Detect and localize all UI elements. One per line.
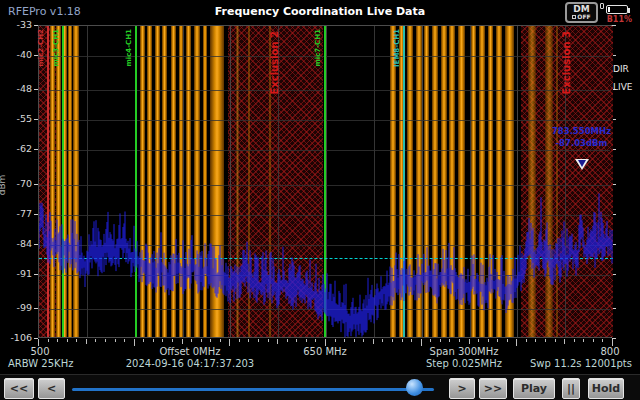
rewind-button[interactable]: <<: [4, 378, 34, 399]
x-axis-tick: [344, 339, 345, 342]
x-axis-tick: [574, 339, 575, 342]
x-axis-tick: [248, 339, 249, 342]
x-axis-tick: [526, 339, 527, 342]
x-axis-tick: [277, 339, 278, 344]
y-axis-label: -48: [4, 83, 32, 94]
marker-frequency-readout: 783.550MHz: [544, 126, 620, 137]
page-title: Frequency Coordination Live Data: [0, 5, 640, 18]
dm-label: DM: [573, 5, 589, 13]
y-axis-label: -62: [4, 143, 32, 154]
x-axis-tick: [239, 339, 240, 342]
y-axis-label: -70: [4, 178, 32, 189]
x-axis-tick: [430, 339, 431, 342]
x-axis-tick: [497, 339, 498, 342]
x-axis-tick: [354, 339, 355, 342]
x-label-start: 500: [20, 346, 60, 357]
play-button[interactable]: Play: [513, 378, 555, 399]
x-axis-tick: [411, 339, 412, 342]
fast-forward-button[interactable]: >>: [479, 378, 507, 399]
x-axis-tick: [182, 339, 183, 344]
hold-button[interactable]: Hold: [588, 378, 624, 399]
x-axis-tick: [449, 339, 450, 342]
channel-label: mic3-CH1: [52, 29, 60, 67]
x-axis-tick: [220, 339, 221, 342]
x-axis-tick: [306, 339, 307, 342]
dir-indicator[interactable]: DIR: [613, 64, 639, 74]
marker-level-readout: -87.03dBm: [544, 138, 620, 149]
y-axis-label: -106: [4, 332, 32, 343]
x-axis-tick: [335, 339, 336, 342]
x-axis-tick: [507, 339, 508, 342]
x-axis-tick: [516, 339, 517, 346]
x-axis-tick: [38, 339, 39, 346]
exclusion-zone-label: Exclusion 2: [269, 31, 280, 95]
battery-fill: [608, 7, 610, 12]
x-label-center: 650 MHz: [285, 346, 365, 357]
timeline-slider-track[interactable]: [72, 388, 434, 391]
x-axis-tick: [172, 339, 173, 342]
channel-label: mic4-CH1: [125, 29, 133, 67]
x-axis-tick: [258, 339, 259, 342]
y-axis-label: -55: [4, 113, 32, 124]
x-axis-tick: [229, 339, 230, 346]
timeline-slider-thumb[interactable]: [406, 379, 423, 396]
battery-icon: [606, 5, 628, 14]
y-axis-label: -84: [4, 238, 32, 249]
timestamp: 2024-09-16 04:17:37.203: [115, 358, 265, 369]
x-axis-tick: [201, 339, 202, 342]
x-label-end: 800: [590, 346, 630, 357]
app-window: RFEPro v1.18 Frequency Coordination Live…: [0, 0, 640, 400]
dm-state: OFF: [577, 13, 590, 20]
x-axis-tick: [440, 339, 441, 342]
marker-triangle[interactable]: [575, 159, 589, 170]
x-axis-tick: [555, 339, 556, 342]
x-axis-tick: [268, 339, 269, 342]
x-axis-tick: [124, 339, 125, 342]
dm-toggle-button[interactable]: DM OFF: [565, 2, 598, 23]
x-axis-tick: [602, 339, 603, 342]
x-axis-tick: [57, 339, 58, 342]
x-axis-tick: [459, 339, 460, 342]
transport-bar: << < > >> Play || Hold: [0, 374, 640, 400]
y-axis-label: -40: [4, 49, 32, 60]
battery-percent: B11%: [600, 15, 632, 24]
channel-label: mic2-CH2: [37, 29, 45, 67]
x-axis-tick: [287, 339, 288, 342]
y-axis-label: -33: [4, 19, 32, 30]
sweep-readout: Swp 11.2s 12001pts: [530, 358, 632, 369]
step-readout: Step 0.025MHz: [408, 358, 520, 369]
spectrum-plot-canvas[interactable]: Exclusion 2Exclusion 3mic2-CH2mic3-CH1mi…: [38, 25, 612, 338]
y-axis-label: -91: [4, 268, 32, 279]
step-forward-button[interactable]: >: [449, 378, 475, 399]
step-back-button[interactable]: <: [38, 378, 65, 399]
x-axis-tick: [86, 339, 87, 344]
x-axis-tick: [382, 339, 383, 342]
x-axis-tick: [105, 339, 106, 342]
x-axis-tick: [583, 339, 584, 342]
offset-readout: Offset 0MHz: [120, 346, 260, 357]
exclusion-zone-label: Exclusion 3: [561, 31, 572, 95]
x-axis-tick: [210, 339, 211, 342]
x-axis-tick: [469, 339, 470, 344]
x-axis-tick: [478, 339, 479, 342]
x-axis-tick: [162, 339, 163, 342]
arbw-readout: ARBW 25KHz: [8, 358, 73, 369]
y-axis-label: -99: [4, 302, 32, 313]
x-axis-tick: [76, 339, 77, 342]
x-axis-tick: [488, 339, 489, 342]
live-indicator[interactable]: LIVE: [613, 82, 639, 92]
x-axis-tick: [48, 339, 49, 342]
pause-button[interactable]: ||: [562, 378, 580, 399]
marker-triangle-inner: [578, 160, 586, 167]
x-axis-tick: [143, 339, 144, 342]
x-axis-tick: [67, 339, 68, 342]
x-axis-tick: [115, 339, 116, 342]
x-axis-tick: [363, 339, 364, 342]
span-readout: Span 300MHz: [408, 346, 520, 357]
x-axis-tick: [402, 339, 403, 342]
channel-label: IEM8-CH1: [393, 29, 401, 67]
x-axis-tick: [191, 339, 192, 342]
x-axis-tick: [545, 339, 546, 342]
x-axis-tick: [296, 339, 297, 342]
x-axis-tick: [134, 339, 135, 346]
